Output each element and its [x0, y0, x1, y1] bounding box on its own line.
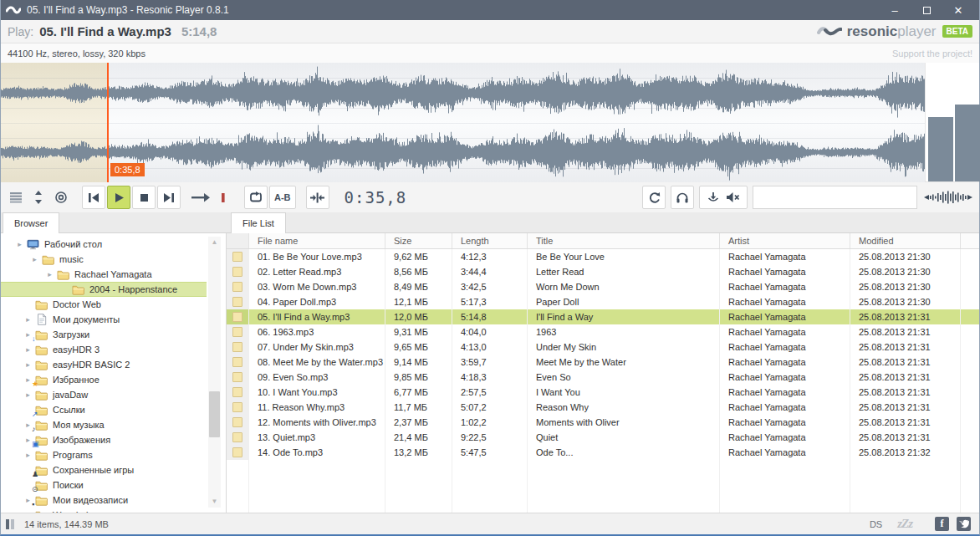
mute-icon[interactable] — [726, 191, 740, 203]
tree-item-label: Избранное — [49, 375, 100, 385]
expand-arrow-icon[interactable]: ▸ — [23, 345, 33, 354]
tab-browser[interactable]: Browser — [3, 212, 59, 233]
column-header[interactable]: Modified — [850, 233, 961, 248]
target-button[interactable] — [51, 186, 71, 209]
sleep-indicator[interactable]: zZz — [897, 517, 912, 531]
file-row[interactable]: 14. Ode To.mp313,2 МБ5:47,5Ode To...Rach… — [227, 445, 979, 460]
tree-item[interactable]: ▸Рабочий стол — [1, 237, 207, 252]
facebook-button[interactable]: f — [935, 517, 949, 531]
ab-loop-button[interactable]: A-B — [269, 186, 296, 209]
tree-item[interactable]: ▸2004 - Happenstance — [1, 282, 207, 297]
expand-arrow-icon[interactable]: ▸ — [23, 360, 33, 369]
tab-file-list[interactable]: File List — [231, 212, 286, 233]
file-cell: 25.08.2013 21:30 — [850, 279, 961, 294]
close-button[interactable]: ✕ — [942, 1, 974, 19]
file-cell: Rachael Yamagata — [720, 339, 850, 355]
download-icon[interactable] — [707, 191, 720, 204]
next-track-button[interactable] — [157, 186, 181, 209]
support-link[interactable]: Support the project! — [892, 48, 972, 59]
file-list-header: File nameSizeLengthTitleArtistModified — [227, 233, 979, 249]
file-row[interactable]: 01. Be Be Your Love.mp39,62 МБ4:12,3Be B… — [227, 249, 979, 264]
file-row[interactable]: 09. Even So.mp39,85 МБ4:18,3Even SoRacha… — [227, 370, 979, 385]
file-row[interactable]: 13. Quiet.mp321,4 МБ9:22,5QuietRachael Y… — [227, 430, 979, 445]
maximize-button[interactable] — [911, 1, 942, 19]
tree-scrollbar[interactable]: ▲ ▼ — [208, 237, 221, 508]
file-cell: 3:42,5 — [452, 279, 528, 294]
sort-spinner[interactable] — [28, 186, 48, 209]
file-row[interactable]: 05. I'll Find a Way.mp312,0 МБ5:14,8I'll… — [227, 309, 979, 324]
meter-bar-left — [928, 117, 953, 181]
status-list-icon — [6, 519, 16, 529]
twitter-button[interactable] — [957, 517, 971, 531]
column-header[interactable]: Title — [528, 233, 720, 248]
window-title: 05. I'll Find a Way.mp3 - Resonic Player… — [27, 4, 879, 16]
file-row[interactable]: 03. Worn Me Down.mp38,49 МБ3:42,5Worn Me… — [227, 279, 979, 294]
tree-item[interactable]: ▸easyHDR BASIC 2 — [1, 357, 207, 372]
expand-arrow-icon[interactable]: ▸ — [14, 240, 25, 248]
tree-item-label: Рабочий стол — [41, 239, 102, 249]
tree-item[interactable]: ▸★Избранное — [1, 372, 207, 387]
file-row[interactable]: 08. Meet Me by the Water.mp39,14 МБ3:59,… — [227, 355, 979, 370]
file-cell: 14. Ode To.mp3 — [249, 445, 385, 460]
expand-arrow-icon[interactable]: ▸ — [23, 315, 33, 324]
column-header[interactable]: File name — [249, 233, 385, 248]
tree-item[interactable]: ▸↓Загрузки — [1, 327, 207, 342]
now-playing-header: Play: 05. I'll Find a Way.mp3 5:14,8 res… — [1, 20, 979, 43]
tree-item[interactable]: ▸easyHDR 3 — [1, 342, 207, 357]
tree-item[interactable]: ▸Doctor Web — [1, 297, 207, 312]
file-row[interactable]: 10. I Want You.mp36,77 МБ2:57,5I Want Yo… — [227, 385, 979, 400]
play-button[interactable] — [107, 186, 130, 209]
snap-to-cursor-button[interactable] — [306, 186, 329, 209]
previous-track-button[interactable] — [82, 186, 105, 209]
tree-item[interactable]: ▸Rachael Yamagata — [1, 267, 207, 282]
expand-arrow-icon[interactable]: ▸ — [23, 511, 33, 513]
expand-arrow-icon[interactable]: ▸ — [29, 255, 40, 263]
scroll-thumb[interactable] — [209, 391, 220, 437]
file-row[interactable]: 11. Reason Why.mp311,7 МБ5:07,2Reason Wh… — [227, 400, 979, 415]
stop-marker-button[interactable] — [213, 186, 233, 209]
tree-item[interactable]: ▸♪Моя музыка — [1, 417, 207, 432]
file-row[interactable]: 06. 1963.mp39,31 МБ4:04,01963Rachael Yam… — [227, 324, 979, 339]
expand-arrow-icon[interactable]: ▸ — [23, 451, 33, 459]
expand-arrow-icon[interactable]: ▸ — [44, 270, 55, 278]
tree-item[interactable]: ▸▪Мои видеозаписи — [1, 493, 207, 508]
file-cell: 9,62 МБ — [385, 249, 452, 264]
stop-button[interactable] — [132, 186, 156, 209]
volume-slider[interactable] — [753, 186, 917, 209]
tree-item[interactable]: ▸↗Ссылки — [1, 402, 207, 417]
column-header[interactable]: Length — [452, 233, 528, 248]
replay-button[interactable] — [642, 186, 666, 209]
minimize-button[interactable]: – — [879, 1, 911, 19]
tree-item-label: Rachael Yamagata — [71, 269, 152, 279]
tree-item[interactable]: ▸♟Сохраненные игры — [1, 462, 207, 477]
column-header[interactable]: Size — [385, 233, 452, 248]
tree-item[interactable]: ▸music — [1, 252, 207, 267]
column-header[interactable]: Artist — [720, 233, 850, 248]
waveform-mode-icon[interactable] — [924, 189, 972, 206]
scroll-up-icon[interactable]: ▲ — [208, 237, 221, 248]
file-row[interactable]: 04. Paper Doll.mp312,1 МБ5:17,3Paper Dol… — [227, 294, 979, 309]
tree-item[interactable]: ▸⊙Поиски — [1, 477, 207, 493]
continue-mode-button[interactable] — [191, 186, 211, 209]
tree-item[interactable]: ▸Programs — [1, 447, 207, 462]
file-row[interactable]: 02. Letter Read.mp38,56 МБ3:44,4Letter R… — [227, 264, 979, 279]
loop-button[interactable] — [244, 186, 268, 209]
file-row[interactable]: 12. Moments with Oliver.mp32,37 МБ1:02,2… — [227, 415, 979, 430]
file-cell: 2,37 МБ — [385, 415, 452, 430]
wave-logo-icon — [817, 24, 842, 38]
headphones-button[interactable] — [671, 186, 694, 209]
scroll-down-icon[interactable]: ▼ — [208, 496, 221, 508]
ab-loop-label: A-B — [270, 192, 295, 202]
expand-arrow-icon[interactable]: ▸ — [23, 391, 33, 399]
tree-item-label: Изображения — [49, 435, 110, 445]
tree-item[interactable]: ▸WaveLab — [1, 508, 207, 513]
folder-down-icon: ↓ — [33, 329, 49, 340]
folder-star-icon: ★ — [33, 375, 49, 385]
status-bar: 14 items, 144.39 MB DS zZz f — [1, 513, 979, 534]
tree-item[interactable]: ▸▣Изображения — [1, 432, 207, 447]
file-row[interactable]: 07. Under My Skin.mp39,65 МБ4:13,0Under … — [227, 339, 979, 355]
playlist-button[interactable] — [6, 186, 26, 209]
tree-item[interactable]: ▸javaDaw — [1, 387, 207, 402]
tree-item[interactable]: ▸Мои документы — [1, 312, 207, 327]
ds-indicator[interactable]: DS — [870, 519, 882, 529]
